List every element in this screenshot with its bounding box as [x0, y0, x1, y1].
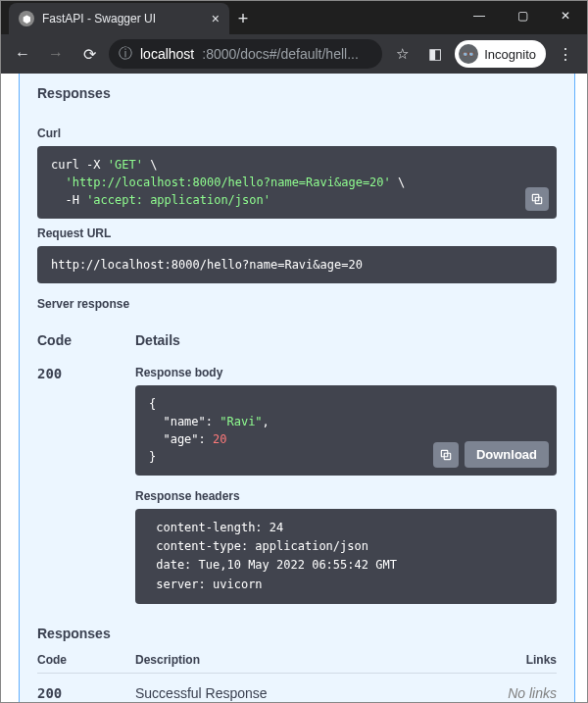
responses-heading: Responses [37, 85, 557, 101]
doc-links-header: Links [478, 653, 557, 667]
fastapi-favicon: ⬢ [19, 11, 34, 26]
forward-button[interactable]: → [42, 40, 70, 68]
address-bar: ← → ⟳ ⓘ localhost:8000/docs#/default/hel… [1, 34, 587, 74]
url-input[interactable]: ⓘ localhost:8000/docs#/default/hell... [109, 39, 382, 69]
request-url-label: Request URL [37, 219, 557, 246]
url-host: localhost [140, 46, 194, 62]
details-column-header: Details [135, 332, 557, 348]
response-status-code: 200 [37, 366, 106, 604]
copy-response-button[interactable] [433, 442, 459, 468]
request-url-box[interactable]: http://localhost:8000/hello?name=Ravi&ag… [37, 246, 557, 283]
reload-button[interactable]: ⟳ [75, 40, 103, 68]
tab-title: FastAPI - Swagger UI [42, 12, 204, 25]
curl-code[interactable]: curl -X 'GET' \ 'http://localhost:8000/h… [37, 146, 557, 219]
response-headers-label: Response headers [135, 489, 557, 503]
close-tab-icon[interactable]: × [212, 11, 220, 26]
kebab-menu-icon[interactable]: ⋮ [552, 40, 579, 68]
window-titlebar: ⬢ FastAPI - Swagger UI × + — ▢ ✕ [1, 1, 587, 34]
doc-code-header: Code [37, 653, 135, 667]
curl-label: Curl [37, 119, 557, 146]
minimize-button[interactable]: — [458, 1, 501, 30]
doc-response-code: 200 [37, 685, 135, 701]
site-info-icon[interactable]: ⓘ [119, 45, 132, 63]
response-headers[interactable]: content-length: 24 content-type: applica… [135, 509, 557, 604]
response-body-label: Response body [135, 366, 557, 379]
copy-curl-button[interactable] [525, 187, 549, 211]
server-response-label: Server response [37, 283, 557, 317]
code-column-header: Code [37, 332, 106, 348]
doc-response-links: No links [478, 685, 557, 701]
new-tab-button[interactable]: + [229, 5, 257, 32]
page-viewport[interactable]: Responses Curl curl -X 'GET' \ 'http://l… [1, 74, 587, 702]
maximize-button[interactable]: ▢ [501, 1, 544, 30]
extensions-icon[interactable]: ◧ [421, 40, 449, 68]
url-path: :8000/docs#/default/hell... [202, 46, 359, 62]
close-window-button[interactable]: ✕ [544, 1, 587, 30]
bookmark-icon[interactable]: ☆ [388, 40, 416, 68]
doc-response-description: Successful Response [135, 685, 478, 701]
incognito-icon: 👓 [459, 44, 478, 64]
doc-response-row: 200 Successful Response No links [37, 673, 557, 701]
doc-description-header: Description [135, 653, 478, 667]
browser-tab[interactable]: ⬢ FastAPI - Swagger UI × [9, 3, 229, 34]
back-button[interactable]: ← [9, 40, 36, 68]
window-controls: — ▢ ✕ [458, 1, 587, 30]
operation-response-panel: Responses Curl curl -X 'GET' \ 'http://l… [19, 74, 575, 702]
curl-block: curl -X 'GET' \ 'http://localhost:8000/h… [37, 146, 557, 219]
download-button[interactable]: Download [465, 441, 549, 468]
incognito-label: Incognito [484, 47, 536, 62]
server-response-table: Code Details 200 Response body { "name":… [37, 328, 557, 604]
documented-responses: Responses Code Description Links 200 Suc… [37, 626, 557, 701]
response-row: 200 Response body { "name": "Ravi", "age… [37, 356, 557, 604]
doc-responses-heading: Responses [37, 626, 557, 641]
response-body-block: { "name": "Ravi", "age": 20 } Download [135, 385, 557, 476]
incognito-indicator[interactable]: 👓 Incognito [455, 40, 546, 68]
